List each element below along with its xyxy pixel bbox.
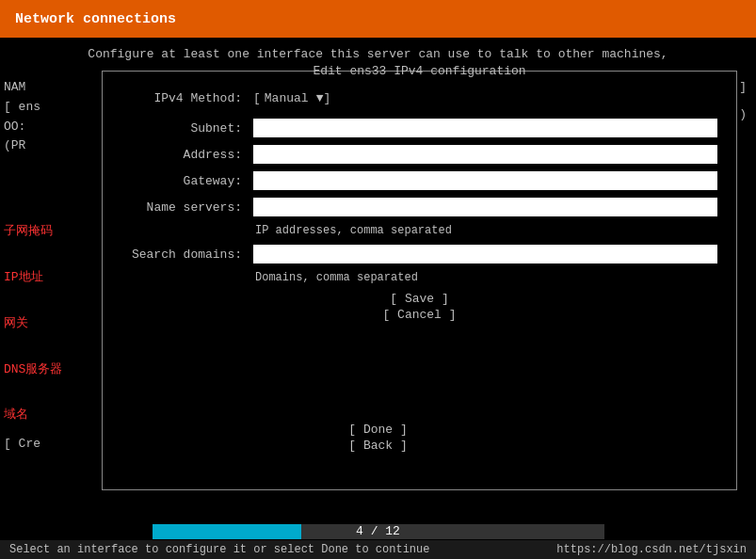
- dropdown-arrow-icon: ▼: [316, 91, 324, 105]
- search-domains-hint: Domains, comma separated: [253, 271, 717, 284]
- gateway-row: Gateway:: [121, 171, 717, 190]
- sidebar-line-2: [ ens: [4, 98, 98, 118]
- back-button[interactable]: [ Back ]: [348, 439, 407, 453]
- address-row: Address:: [121, 145, 717, 164]
- cancel-button[interactable]: [ Cancel ]: [382, 308, 456, 322]
- sidebar-line-3: OO:: [4, 118, 98, 137]
- save-button[interactable]: [ Save ]: [390, 292, 448, 306]
- name-servers-row: Name servers:: [121, 198, 717, 216]
- bracket-close: ]: [739, 80, 747, 94]
- name-servers-input[interactable]: [253, 198, 717, 216]
- modal-title: Edit ens33 IPv4 configuration: [121, 64, 717, 78]
- sidebar-dns-annotation: DNS服务器: [4, 360, 98, 380]
- search-domains-hint-row: Domains, comma separated: [121, 271, 717, 284]
- subnet-row: Subnet:: [121, 119, 717, 137]
- sidebar-address-annotation: IP地址: [4, 268, 98, 288]
- search-domains-label: Search domains:: [121, 248, 253, 262]
- gateway-input[interactable]: [253, 171, 717, 190]
- address-label: Address:: [121, 148, 253, 162]
- sidebar-line-4: (PR: [4, 136, 98, 156]
- sidebar-gateway-annotation: 网关: [4, 314, 98, 334]
- right-bracket: ] ): [739, 80, 747, 121]
- status-right-url: https://blog.csdn.net/tjsxin: [556, 543, 747, 556]
- name-servers-hint: IP addresses, comma separated: [253, 224, 717, 237]
- progress-bar-background: 4 / 12: [153, 524, 604, 539]
- search-domains-row: Search domains:: [121, 245, 717, 264]
- modal-buttons: [ Save ] [ Cancel ]: [121, 292, 717, 322]
- title-bar: Network connections: [0, 0, 756, 38]
- status-bar: Select an interface to configure it or s…: [0, 540, 756, 559]
- title-text: Network connections: [15, 11, 176, 27]
- progress-bar-area: 4 / 12: [0, 523, 756, 540]
- sidebar: NAM [ ens OO: (PR 子网掩码 IP地址 网关 DNS服务器 域名…: [0, 71, 102, 462]
- address-input[interactable]: [253, 145, 717, 164]
- ipv4-method-value: Manual: [265, 91, 309, 105]
- subnet-input[interactable]: [253, 119, 717, 137]
- name-servers-label: Name servers:: [121, 200, 253, 215]
- paren-close: ): [739, 107, 747, 121]
- top-desc-text: Configure at least one interface this se…: [88, 47, 668, 61]
- ipv4-method-label: IPv4 Method:: [121, 91, 253, 105]
- done-button[interactable]: [ Done ]: [348, 423, 407, 437]
- ipv4-method-dropdown[interactable]: [ Manual ▼ ]: [253, 91, 330, 105]
- subnet-label: Subnet:: [121, 121, 253, 136]
- status-left-text: Select an interface to configure it or s…: [9, 543, 429, 556]
- name-servers-hint-row: IP addresses, comma separated: [121, 224, 717, 237]
- ipv4-method-row: IPv4 Method: [ Manual ▼ ]: [121, 91, 717, 105]
- bottom-area: [ Done ] [ Back ]: [0, 423, 756, 453]
- search-domains-input[interactable]: [253, 245, 717, 264]
- sidebar-subnet-annotation: 子网掩码: [4, 222, 98, 242]
- gateway-label: Gateway:: [121, 174, 253, 188]
- sidebar-line-1: NAM: [4, 78, 98, 98]
- progress-text: 4 / 12: [153, 524, 604, 539]
